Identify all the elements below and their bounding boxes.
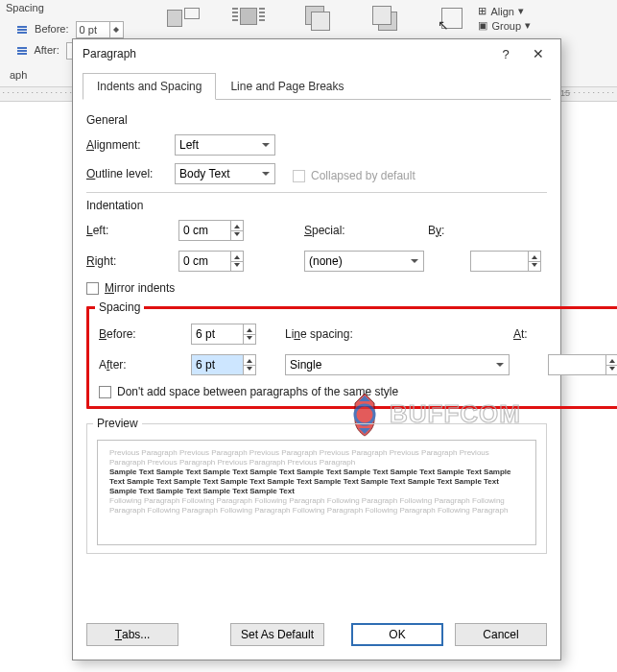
spin-down[interactable] <box>529 262 540 272</box>
indent-by-label: By: <box>428 224 466 237</box>
spin-up[interactable] <box>606 355 617 366</box>
indent-right-spin[interactable] <box>178 251 244 272</box>
outline-level-label: Outline level: <box>86 167 175 180</box>
spacing-after-input[interactable] <box>192 355 243 374</box>
mirror-indents-row[interactable]: Mirror indents <box>86 281 547 295</box>
section-indentation: Indentation <box>86 199 547 212</box>
tab-indents-spacing[interactable]: Indents and Spacing <box>83 73 216 100</box>
close-button[interactable]: ✕ <box>522 41 555 66</box>
indent-special-select[interactable]: (none) <box>304 251 424 272</box>
ribbon-paragraph-group-label: aph <box>10 69 27 81</box>
dont-add-space-checkbox[interactable] <box>99 386 111 398</box>
collapsed-by-default: Collapsed by default <box>293 169 415 182</box>
ribbon-spacing-before: Before: 0 pt <box>17 21 124 38</box>
dialog-tabs: Indents and Spacing Line and Page Breaks <box>83 72 551 100</box>
spin-up[interactable] <box>529 252 540 262</box>
ribbon-align-label[interactable]: Align <box>490 6 513 17</box>
tab-line-breaks[interactable]: Line and Page Breaks <box>216 73 358 100</box>
position-icon[interactable] <box>163 4 203 36</box>
group-icon[interactable]: ▣ <box>478 19 487 32</box>
indent-by-spin[interactable] <box>470 251 541 272</box>
spacing-at-input[interactable] <box>549 355 605 374</box>
spacing-before-input[interactable] <box>192 324 243 344</box>
section-spacing: Spacing <box>95 300 144 314</box>
align-icon[interactable]: ⊞ <box>478 5 486 17</box>
alignment-select[interactable]: Left <box>175 134 275 156</box>
spacing-after-label: After: <box>99 358 187 372</box>
spacing-after-spin[interactable] <box>191 354 256 375</box>
indent-right-input[interactable] <box>179 252 230 271</box>
line-spacing-select[interactable]: Single <box>285 354 510 375</box>
outline-level-select[interactable]: Body Text <box>175 163 275 184</box>
indent-left-label: Left: <box>86 224 175 237</box>
ok-button[interactable]: OK <box>351 623 443 646</box>
dialog-button-row: Tabs... Set As Default OK Cancel <box>73 612 560 660</box>
spacing-section: Spacing Before: Line spacing: At: After: <box>86 300 617 409</box>
spacing-after-icon <box>17 46 29 56</box>
spin-up[interactable] <box>244 355 255 366</box>
dialog-title: Paragraph <box>83 47 489 60</box>
help-button[interactable]: ? <box>489 41 522 66</box>
section-preview: Preview <box>93 417 142 430</box>
preview-section: Preview Previous Paragraph Previous Para… <box>86 417 547 554</box>
spacing-at-label: At: <box>513 327 544 341</box>
dont-add-space-label: Don't add space between paragraphs of th… <box>117 385 398 398</box>
divider <box>86 192 547 193</box>
ribbon-spacing-group-label: Spacing <box>6 2 44 13</box>
indent-right-label: Right: <box>86 254 175 268</box>
ribbon-after-label: After: <box>34 44 59 56</box>
spin-down[interactable] <box>231 231 243 241</box>
wrap-text-icon[interactable] <box>230 4 271 36</box>
spacing-before-icon <box>17 25 29 35</box>
preview-previous-text: Previous Paragraph Previous Paragraph Pr… <box>109 448 524 468</box>
cancel-button[interactable]: Cancel <box>455 623 547 646</box>
collapsed-checkbox <box>293 170 305 182</box>
spacing-before-label: Before: <box>99 327 187 341</box>
indent-left-spin[interactable] <box>178 220 244 241</box>
ribbon-arrange-icons <box>163 4 472 36</box>
spin-up[interactable] <box>244 324 255 335</box>
ribbon-before-label: Before: <box>35 23 68 35</box>
indent-left-input[interactable] <box>179 221 230 240</box>
paragraph-dialog: Paragraph ? ✕ Indents and Spacing Line a… <box>72 38 561 660</box>
send-backward-icon[interactable] <box>365 4 405 36</box>
indent-by-input[interactable] <box>471 252 528 271</box>
spacing-at-spin[interactable] <box>548 354 617 375</box>
set-as-default-button[interactable]: Set As Default <box>230 623 324 646</box>
spin-up[interactable] <box>231 252 243 262</box>
dont-add-space-row[interactable]: Don't add space between paragraphs of th… <box>99 385 617 398</box>
selection-pane-icon[interactable] <box>432 4 472 36</box>
line-spacing-label: Line spacing: <box>285 327 391 341</box>
section-general: General <box>86 113 547 127</box>
preview-sample-text: Sample Text Sample Text Sample Text Samp… <box>109 468 524 496</box>
spacing-before-spin[interactable] <box>191 324 256 345</box>
spin-up[interactable] <box>231 221 243 231</box>
indent-special-label: Special: <box>304 224 389 237</box>
ribbon-align-group: ⊞ Align ▾ ▣ Group ▾ <box>478 5 531 34</box>
spin-down[interactable] <box>244 335 255 345</box>
bring-forward-icon[interactable] <box>297 4 338 36</box>
mirror-indents-checkbox[interactable] <box>86 282 99 295</box>
mirror-indents-label: Mirror indents <box>105 281 175 295</box>
collapsed-label: Collapsed by default <box>311 169 415 182</box>
dialog-titlebar[interactable]: Paragraph ? ✕ <box>73 39 560 68</box>
preview-box: Previous Paragraph Previous Paragraph Pr… <box>97 440 536 545</box>
ribbon-group-label[interactable]: Group <box>491 20 521 32</box>
spin-down[interactable] <box>231 262 243 272</box>
spin-down[interactable] <box>606 366 617 375</box>
preview-following-text: Following Paragraph Following Paragraph … <box>109 496 524 516</box>
tabs-button[interactable]: Tabs... <box>86 623 178 646</box>
ribbon-before-value[interactable]: 0 pt <box>76 21 124 38</box>
alignment-label: Alignment: <box>86 138 175 152</box>
spin-down[interactable] <box>244 366 255 375</box>
